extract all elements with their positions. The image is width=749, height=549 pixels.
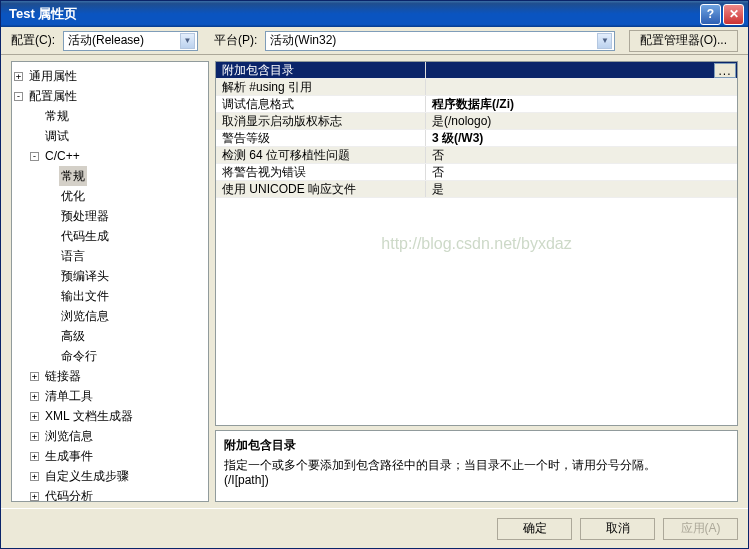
apply-button[interactable]: 应用(A) — [663, 518, 738, 540]
expand-icon[interactable]: + — [30, 412, 39, 421]
cancel-button[interactable]: 取消 — [580, 518, 655, 540]
collapse-icon[interactable]: - — [30, 152, 39, 161]
property-value[interactable]: 程序数据库(/Zi) — [426, 96, 737, 112]
chevron-down-icon[interactable]: ▼ — [180, 33, 195, 49]
tree-item-cc-pre[interactable]: 预处理器 — [46, 206, 206, 226]
grid-row[interactable]: 将警告视为错误否 — [216, 164, 737, 181]
property-value[interactable]: 是(/nologo) — [426, 113, 737, 129]
property-value[interactable]: 是 — [426, 181, 737, 197]
property-value[interactable] — [426, 62, 737, 78]
config-value: 活动(Release) — [68, 32, 144, 49]
tree-item-ccpp[interactable]: -C/C++ — [30, 146, 206, 166]
platform-label: 平台(P): — [214, 32, 257, 49]
grid-row[interactable]: 检测 64 位可移植性问题否 — [216, 147, 737, 164]
tree-item-analysis[interactable]: +代码分析 — [30, 486, 206, 502]
expand-icon[interactable]: + — [30, 472, 39, 481]
tree-panel[interactable]: +通用属性 -配置属性 常规 调试 -C/C++ 常规 优化 预处理器 代码生成… — [11, 61, 209, 502]
titlebar[interactable]: Test 属性页 ? ✕ — [1, 1, 748, 27]
description-panel: 附加包含目录 指定一个或多个要添加到包含路径中的目录；当目录不止一个时，请用分号… — [215, 430, 738, 502]
expand-icon[interactable]: + — [30, 392, 39, 401]
property-name: 取消显示启动版权标志 — [216, 113, 426, 129]
content-area: +通用属性 -配置属性 常规 调试 -C/C++ 常规 优化 预处理器 代码生成… — [1, 55, 748, 508]
grid-row[interactable]: 解析 #using 引用 — [216, 79, 737, 96]
property-value[interactable]: 3 级(/W3) — [426, 130, 737, 146]
tree-item-cc-browse[interactable]: 浏览信息 — [46, 306, 206, 326]
property-value[interactable]: 否 — [426, 164, 737, 180]
expand-icon[interactable]: + — [30, 372, 39, 381]
tree-item-cc-code[interactable]: 代码生成 — [46, 226, 206, 246]
platform-value: 活动(Win32) — [270, 32, 336, 49]
tree-item-config[interactable]: -配置属性 — [14, 86, 206, 106]
grid-row[interactable]: 调试信息格式程序数据库(/Zi) — [216, 96, 737, 113]
tree-item-general[interactable]: 常规 — [30, 106, 206, 126]
right-panel: ... 附加包含目录解析 #using 引用调试信息格式程序数据库(/Zi)取消… — [215, 61, 738, 502]
tree-item-cc-adv[interactable]: 高级 — [46, 326, 206, 346]
tree-item-cc-opt[interactable]: 优化 — [46, 186, 206, 206]
property-name: 调试信息格式 — [216, 96, 426, 112]
expand-icon[interactable]: + — [30, 492, 39, 501]
browse-button[interactable]: ... — [714, 63, 736, 78]
expand-icon[interactable]: + — [30, 452, 39, 461]
ellipsis-icon: ... — [718, 64, 731, 78]
tree-item-manifest[interactable]: +清单工具 — [30, 386, 206, 406]
close-icon: ✕ — [729, 7, 739, 21]
tree-item-browse[interactable]: +浏览信息 — [30, 426, 206, 446]
property-name: 警告等级 — [216, 130, 426, 146]
tree-item-debug[interactable]: 调试 — [30, 126, 206, 146]
config-label: 配置(C): — [11, 32, 55, 49]
desc-body: 指定一个或多个要添加到包含路径中的目录；当目录不止一个时，请用分号分隔。 (/I… — [224, 458, 729, 488]
property-name: 使用 UNICODE 响应文件 — [216, 181, 426, 197]
grid-row[interactable]: 警告等级3 级(/W3) — [216, 130, 737, 147]
expand-icon[interactable]: + — [14, 72, 23, 81]
config-combo[interactable]: 活动(Release) ▼ — [63, 31, 198, 51]
grid-row[interactable]: 附加包含目录 — [216, 62, 737, 79]
grid-row[interactable]: 使用 UNICODE 响应文件是 — [216, 181, 737, 198]
grid-row[interactable]: 取消显示启动版权标志是(/nologo) — [216, 113, 737, 130]
tree-item-cc-lang[interactable]: 语言 — [46, 246, 206, 266]
ok-button[interactable]: 确定 — [497, 518, 572, 540]
window-title: Test 属性页 — [5, 5, 698, 23]
tree-item-cc-out[interactable]: 输出文件 — [46, 286, 206, 306]
property-value[interactable]: 否 — [426, 147, 737, 163]
property-name: 附加包含目录 — [216, 62, 426, 78]
tree-item-cc-pch[interactable]: 预编译头 — [46, 266, 206, 286]
toolbar: 配置(C): 活动(Release) ▼ 平台(P): 活动(Win32) ▼ … — [1, 27, 748, 55]
tree-item-xml[interactable]: +XML 文档生成器 — [30, 406, 206, 426]
tree-item-build[interactable]: +生成事件 — [30, 446, 206, 466]
tree-item-cc-general[interactable]: 常规 — [46, 166, 206, 186]
close-button[interactable]: ✕ — [723, 4, 744, 25]
tree-item-common[interactable]: +通用属性 — [14, 66, 206, 86]
property-grid[interactable]: ... 附加包含目录解析 #using 引用调试信息格式程序数据库(/Zi)取消… — [215, 61, 738, 426]
property-name: 将警告视为错误 — [216, 164, 426, 180]
help-button[interactable]: ? — [700, 4, 721, 25]
desc-title: 附加包含目录 — [224, 437, 729, 454]
tree-item-linker[interactable]: +链接器 — [30, 366, 206, 386]
property-value[interactable] — [426, 79, 737, 95]
chevron-down-icon[interactable]: ▼ — [597, 33, 612, 49]
collapse-icon[interactable]: - — [14, 92, 23, 101]
footer: 确定 取消 应用(A) — [1, 508, 748, 548]
platform-combo[interactable]: 活动(Win32) ▼ — [265, 31, 615, 51]
expand-icon[interactable]: + — [30, 432, 39, 441]
config-manager-button[interactable]: 配置管理器(O)... — [629, 30, 738, 52]
tree-item-cc-cmd[interactable]: 命令行 — [46, 346, 206, 366]
property-name: 检测 64 位可移植性问题 — [216, 147, 426, 163]
watermark: http://blog.csdn.net/byxdaz — [381, 235, 571, 253]
tree-item-custom[interactable]: +自定义生成步骤 — [30, 466, 206, 486]
property-page-window: Test 属性页 ? ✕ 配置(C): 活动(Release) ▼ 平台(P):… — [0, 0, 749, 549]
property-name: 解析 #using 引用 — [216, 79, 426, 95]
